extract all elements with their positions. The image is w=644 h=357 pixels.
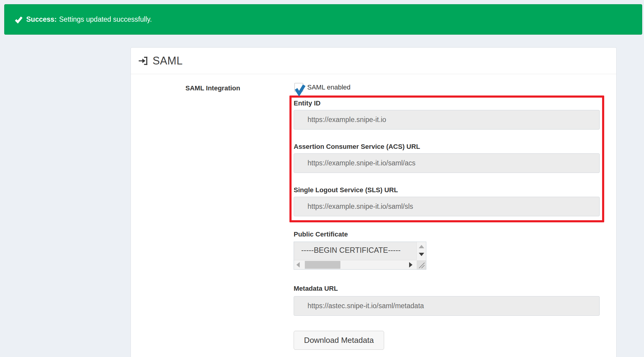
check-icon (15, 16, 23, 23)
panel-title: SAML (153, 55, 183, 67)
resize-grip-icon[interactable] (417, 260, 426, 269)
alert-title: Success: (26, 15, 57, 23)
entity-id-group: Entity ID (294, 99, 600, 130)
scroll-up-icon[interactable] (419, 245, 424, 248)
sls-url-input[interactable] (294, 197, 600, 216)
entity-id-input[interactable] (294, 110, 600, 130)
scrollbar-thumb[interactable] (305, 261, 340, 269)
scroll-left-icon[interactable] (296, 262, 300, 268)
public-certificate-label: Public Certificate (294, 230, 605, 238)
download-metadata-button[interactable]: Download Metadata (294, 331, 384, 350)
scroll-right-icon[interactable] (409, 262, 412, 268)
vertical-scrollbar[interactable] (416, 242, 426, 261)
highlight-box: Entity ID Assertion Consumer Service (AC… (289, 96, 604, 222)
saml-enabled-label: SAML enabled (307, 83, 351, 91)
acs-url-label: Assertion Consumer Service (ACS) URL (294, 143, 600, 151)
public-certificate-textarea[interactable]: -----BEGIN CERTIFICATE----- (294, 242, 426, 270)
saml-form: SAML Integration SAML enabled Entity ID (131, 74, 616, 350)
metadata-url-label: Metadata URL (294, 285, 605, 293)
acs-url-group: Assertion Consumer Service (ACS) URL (294, 143, 600, 173)
alert-message: Settings updated successfully. (59, 15, 152, 23)
horizontal-scrollbar[interactable] (294, 260, 417, 269)
saml-enabled-row: SAML enabled (289, 83, 605, 92)
checkmark-icon (295, 84, 305, 96)
acs-url-input[interactable] (294, 153, 600, 173)
fields-column: SAML enabled Entity ID Assertion Consume… (289, 83, 605, 350)
sls-url-label: Single Logout Service (SLS) URL (294, 186, 600, 194)
saml-enabled-checkbox[interactable] (294, 83, 303, 92)
success-alert: Success: Settings updated successfully. (4, 4, 642, 35)
panel-header: SAML (131, 48, 616, 74)
scroll-down-icon[interactable] (419, 253, 424, 256)
sls-url-group: Single Logout Service (SLS) URL (294, 186, 600, 216)
sign-in-icon (138, 55, 149, 66)
metadata-url-input[interactable] (294, 296, 600, 316)
saml-panel: SAML SAML Integration SAML enabled (131, 47, 617, 357)
form-row-label: SAML Integration (131, 83, 289, 350)
certificate-text: -----BEGIN CERTIFICATE----- (301, 246, 407, 255)
entity-id-label: Entity ID (294, 99, 600, 107)
